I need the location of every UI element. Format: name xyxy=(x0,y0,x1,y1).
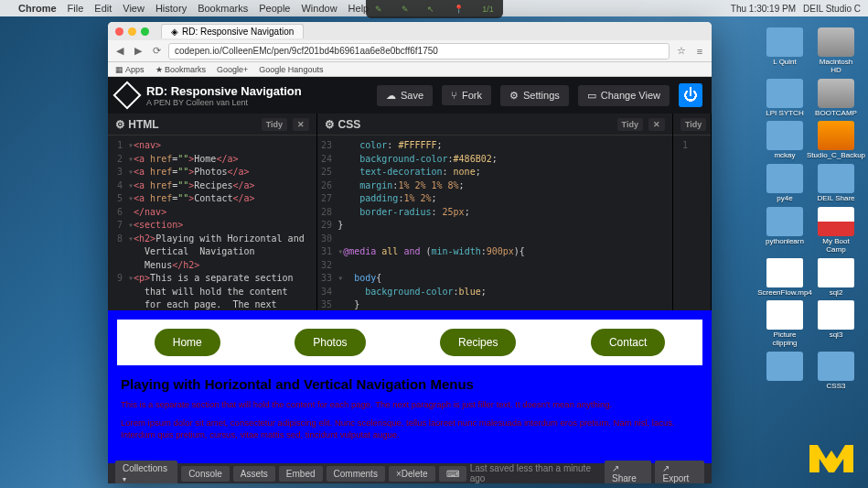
arrow-icon[interactable]: ↖ xyxy=(427,5,434,14)
mac-app-name[interactable]: Chrome xyxy=(18,3,57,14)
preview-nav-contact[interactable]: Contact xyxy=(591,329,665,356)
desktop-icons: L QuintMacintosh HDLPI SYTCHBOOTCAMPmcka… xyxy=(762,27,863,391)
address-bar[interactable]: codepen.io/ColleenEMc/pen/9cf201bd4b6961… xyxy=(168,43,670,60)
delete-button[interactable]: ×Delete xyxy=(389,466,435,482)
mac-menu-view[interactable]: View xyxy=(123,3,145,14)
css-close-button[interactable]: ✕ xyxy=(648,118,665,131)
desktop-icon[interactable]: CSS3 xyxy=(813,352,859,391)
desktop-icon[interactable]: pythonlearn xyxy=(762,207,808,255)
console-button[interactable]: Console xyxy=(181,466,230,482)
zoom-traffic-light[interactable] xyxy=(141,27,149,36)
desktop-icon[interactable]: sql2 xyxy=(813,258,859,298)
desktop-icon[interactable]: ScreenFlow.mp4 xyxy=(762,258,808,298)
chrome-menu-icon[interactable]: ≡ xyxy=(693,45,706,58)
css-pane: ⚙ CSS Tidy ✕ 23 color: #FFFFFF;24 backgr… xyxy=(317,114,673,310)
recording-overlay: ✎ ✎ ↖ 📍 1/1 xyxy=(366,0,503,18)
codepen-logo-icon[interactable] xyxy=(113,81,141,109)
mac-menu-window[interactable]: Window xyxy=(301,3,337,14)
layout-icon: ▭ xyxy=(587,90,596,102)
bookmark-star-icon[interactable]: ☆ xyxy=(675,45,688,58)
desktop-icon[interactable]: BOOTCAMP xyxy=(813,79,859,118)
desktop-icon[interactable]: sql3 xyxy=(813,300,859,348)
codepen-favicon: ◈ xyxy=(171,27,178,37)
save-status: Last saved less than a minute ago xyxy=(470,463,601,483)
forward-button[interactable]: ▶ xyxy=(132,45,145,58)
back-button[interactable]: ◀ xyxy=(113,45,126,58)
codepen-footer: Collections Console Assets Embed Comment… xyxy=(108,463,712,483)
pencil-icon[interactable]: ✎ xyxy=(375,5,382,14)
desktop-icon[interactable] xyxy=(762,352,808,391)
comments-button[interactable]: Comments xyxy=(327,466,385,482)
minimize-traffic-light[interactable] xyxy=(128,27,136,36)
reload-button[interactable]: ⟳ xyxy=(150,45,163,58)
preview-nav-recipes[interactable]: Recipes xyxy=(440,329,516,356)
url-text: codepen.io/ColleenEMc/pen/9cf201bd4b6961… xyxy=(175,46,438,56)
desktop-icon[interactable]: Picture clipping xyxy=(762,300,808,348)
mac-menu-people[interactable]: People xyxy=(259,3,290,14)
michigan-logo xyxy=(804,439,859,479)
js-tidy-button[interactable]: Tidy xyxy=(680,118,706,131)
html-close-button[interactable]: ✕ xyxy=(293,118,309,131)
bm-hangouts[interactable]: Google Hangouts xyxy=(259,65,323,74)
preview-heading: Playing with Horizontal and Vertical Nav… xyxy=(121,376,699,392)
share-button[interactable]: ↗ Share xyxy=(605,461,651,483)
preview-nav-photos[interactable]: Photos xyxy=(295,329,365,356)
desktop-icon[interactable]: Studio_C_Backup xyxy=(813,121,859,160)
login-button[interactable]: ⏻ xyxy=(679,83,702,107)
mac-menu-bookmarks[interactable]: Bookmarks xyxy=(198,3,248,14)
desktop-icon[interactable]: My Boot Camp xyxy=(813,207,859,255)
highlighter-icon[interactable]: ✎ xyxy=(402,5,409,14)
desktop-icon[interactable]: DEIL Share xyxy=(813,164,859,203)
css-editor[interactable]: 23 color: #FFFFFF;24 background-color:#4… xyxy=(317,136,672,310)
desktop-icon[interactable]: mckay xyxy=(762,121,808,160)
change-view-button[interactable]: ▭Change View xyxy=(578,85,670,106)
bm-apps[interactable]: ▦ Apps xyxy=(115,65,145,74)
chrome-window: ◈ RD: Responsive Navigation ◀ ▶ ⟳ codepe… xyxy=(108,22,712,483)
html-editor[interactable]: 1▾<nav>2▾<a href="">Home</a>3▾<a href=""… xyxy=(108,136,316,310)
browser-tab[interactable]: ◈ RD: Responsive Navigation xyxy=(161,24,304,38)
save-button[interactable]: ☁Save xyxy=(377,85,433,106)
bm-bookmarks[interactable]: ★ Bookmarks xyxy=(155,65,207,74)
desktop-icon[interactable]: py4e xyxy=(762,164,808,203)
codepen-header: RD: Responsive Navigation A PEN BY Colle… xyxy=(108,77,712,114)
pen-title[interactable]: RD: Responsive Navigation xyxy=(146,84,368,98)
browser-toolbar: ◀ ▶ ⟳ codepen.io/ColleenEMc/pen/9cf201bd… xyxy=(108,40,712,62)
tab-title: RD: Responsive Navigation xyxy=(182,27,294,37)
mac-menu-history[interactable]: History xyxy=(155,3,187,14)
preview-pane: Home Photos Recipes Contact Playing with… xyxy=(108,310,712,463)
mac-menu-file[interactable]: File xyxy=(68,3,84,14)
js-editor[interactable]: 1 xyxy=(673,136,711,310)
gear-icon: ⚙ xyxy=(509,90,519,102)
desktop-icon[interactable]: Macintosh HD xyxy=(813,27,859,75)
fork-button[interactable]: ⑂Fork xyxy=(442,85,491,105)
close-traffic-light[interactable] xyxy=(115,27,123,36)
html-tidy-button[interactable]: Tidy xyxy=(262,118,287,131)
preview-nav: Home Photos Recipes Contact xyxy=(117,320,702,365)
collections-button[interactable]: Collections xyxy=(115,461,177,483)
settings-button[interactable]: ⚙Settings xyxy=(500,85,569,106)
css-pane-title: CSS xyxy=(338,118,360,131)
pin-icon[interactable]: 📍 xyxy=(454,5,464,14)
gear-icon[interactable]: ⚙ xyxy=(325,118,335,131)
preview-nav-home[interactable]: Home xyxy=(155,329,220,356)
power-icon: ⏻ xyxy=(683,87,698,103)
overlay-pager: 1/1 xyxy=(482,5,494,14)
keyboard-button[interactable]: ⌨ xyxy=(439,466,466,482)
window-titlebar: ◈ RD: Responsive Navigation xyxy=(108,22,712,40)
assets-button[interactable]: Assets xyxy=(233,466,275,482)
cloud-icon: ☁ xyxy=(386,90,396,102)
css-tidy-button[interactable]: Tidy xyxy=(617,118,643,131)
desktop-icon[interactable]: LPI SYTCH xyxy=(762,79,808,118)
editor-panes: ⚙ HTML Tidy ✕ 1▾<nav>2▾<a href="">Home</… xyxy=(108,114,712,310)
bookmarks-bar: ▦ Apps ★ Bookmarks Google+ Google Hangou… xyxy=(108,62,712,77)
desktop-icon[interactable]: L Quint xyxy=(762,27,808,75)
pen-author[interactable]: A PEN BY Colleen van Lent xyxy=(146,98,368,107)
bm-googleplus[interactable]: Google+ xyxy=(217,65,248,74)
mac-menu-edit[interactable]: Edit xyxy=(94,3,112,14)
embed-button[interactable]: Embed xyxy=(279,466,323,482)
export-button[interactable]: ↗ Export xyxy=(655,461,704,483)
html-pane: ⚙ HTML Tidy ✕ 1▾<nav>2▾<a href="">Home</… xyxy=(108,114,317,310)
js-pane: Tidy ✕ 1 xyxy=(673,114,712,310)
mac-status-time: Thu 1:30:19 PM xyxy=(731,4,796,14)
gear-icon[interactable]: ⚙ xyxy=(115,118,125,131)
